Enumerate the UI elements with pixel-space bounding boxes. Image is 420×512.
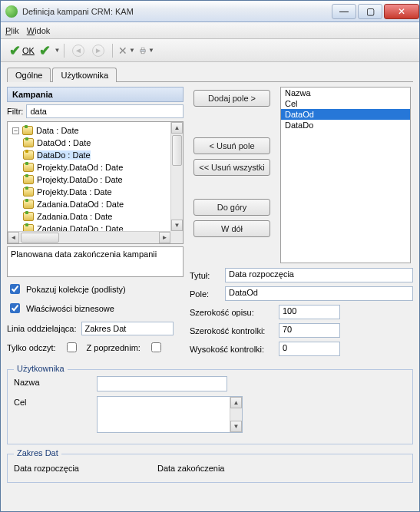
minimize-button[interactable]: —	[332, 4, 356, 19]
with-prev-checkbox[interactable]	[151, 342, 161, 352]
tree-node[interactable]: Zadania.DataOd : Date	[9, 198, 181, 210]
title-value[interactable]: Data rozpoczęcia	[225, 268, 413, 282]
ctrl-width-input[interactable]: 70	[279, 323, 340, 338]
list-item[interactable]: Nazwa	[281, 88, 410, 98]
tree-node[interactable]: Projekty.Data : Date	[9, 186, 181, 198]
tree-node[interactable]: DataDo : Date	[9, 149, 181, 161]
separator	[64, 44, 64, 58]
desc-width-input[interactable]: 100	[279, 305, 340, 319]
tree-node-label: Projekty.Data : Date	[37, 187, 112, 197]
window-title: Definicja kampani CRM: KAM	[22, 7, 330, 16]
field-tree[interactable]: −Data : DateDataOd : DateDataDo : DatePr…	[7, 121, 184, 244]
date-from-input[interactable]	[85, 461, 139, 476]
maximize-button[interactable]: ▢	[358, 4, 382, 19]
selected-fields-list[interactable]: NazwaCelDataOdDataDo	[280, 87, 411, 263]
separator	[112, 44, 113, 58]
tree-node[interactable]: Zadania.Data : Date	[9, 210, 181, 223]
dates-legend: Zakres Dat	[14, 448, 61, 457]
tab-user[interactable]: Użytkownika	[52, 68, 117, 82]
scroll-right-icon[interactable]: ►	[159, 232, 170, 243]
ctrl-height-label: Wysokość kontrolki:	[190, 345, 274, 354]
scroll-down-icon[interactable]: ▼	[230, 421, 242, 432]
remove-all-button[interactable]: << Usuń wszystki	[193, 159, 270, 176]
remove-field-button[interactable]: < Usuń pole	[193, 137, 270, 154]
nav-back-button[interactable]: ◄	[70, 42, 87, 59]
tree-node-label: Zadania.DataOd : Date	[37, 200, 124, 209]
chevron-down-icon: ▼	[54, 47, 60, 54]
field-icon	[23, 212, 34, 221]
list-item[interactable]: Cel	[281, 98, 410, 109]
field-icon	[23, 200, 34, 209]
goal-textarea[interactable]: ▲ ▼	[97, 396, 243, 433]
scroll-down-icon[interactable]: ▼	[171, 220, 183, 231]
tools-button[interactable]: ✕▼	[118, 42, 135, 59]
filter-label: Filtr:	[7, 107, 23, 116]
svg-rect-1	[141, 48, 144, 50]
show-collections-label: Pokazuj kolekcje (podlisty)	[26, 285, 126, 294]
app-window: Definicja kampani CRM: KAM — ▢ ✕ Plik Wi…	[0, 0, 420, 512]
menu-file[interactable]: Plik	[5, 26, 19, 35]
ok-dropdown[interactable]: ✔ ▼	[41, 42, 58, 59]
add-field-button[interactable]: Dodaj pole >	[193, 90, 270, 107]
tree-node-label: Projekty.DataDo : Date	[37, 175, 123, 184]
print-button[interactable]: ▼	[138, 42, 155, 59]
title-label: Tytuł:	[190, 271, 220, 280]
field-icon	[23, 175, 34, 184]
show-collections-checkbox[interactable]	[10, 284, 20, 294]
toolbar: ✔ OK ✔ ▼ ◄ ► ✕▼ ▼	[1, 39, 419, 62]
ok-label: OK	[22, 46, 35, 55]
list-item[interactable]: DataDo	[281, 120, 410, 130]
tree-hscrollbar[interactable]: ◄ ►	[8, 231, 170, 243]
date-to-input[interactable]	[230, 461, 284, 476]
tab-general[interactable]: Ogólne	[7, 68, 51, 82]
tree-node-label: DataDo : Date	[37, 150, 91, 160]
nav-forward-button[interactable]: ►	[90, 42, 107, 59]
field-value: DataOd	[225, 286, 413, 301]
textarea-scrollbar[interactable]: ▲ ▼	[230, 397, 242, 432]
field-icon	[23, 138, 34, 147]
scroll-thumb[interactable]	[21, 233, 59, 243]
menu-view[interactable]: Widok	[27, 26, 51, 35]
description-box: Planowana data zakończenia kampanii	[7, 246, 184, 277]
tree-node[interactable]: Projekty.DataDo : Date	[9, 173, 181, 186]
biz-props-checkbox[interactable]	[10, 303, 20, 313]
scroll-thumb[interactable]	[172, 135, 182, 166]
field-label: Pole:	[190, 289, 220, 299]
tree-node[interactable]: DataOd : Date	[9, 137, 181, 149]
close-button[interactable]: ✕	[384, 4, 419, 19]
check-icon: ✔	[39, 42, 51, 59]
field-icon	[22, 126, 33, 135]
move-up-button[interactable]: Do góry	[193, 199, 270, 216]
tree-vscrollbar[interactable]: ▲ ▼	[170, 122, 183, 231]
readonly-checkbox[interactable]	[67, 342, 77, 352]
filter-input[interactable]	[26, 104, 184, 118]
field-icon	[23, 163, 34, 172]
list-item[interactable]: DataOd	[281, 109, 410, 120]
separator-line-input[interactable]	[81, 322, 174, 335]
ok-button[interactable]: ✔ OK	[5, 42, 38, 59]
desc-width-label: Szerokość opisu:	[190, 308, 274, 317]
separator-line-label: Linia oddzielająca:	[7, 324, 77, 333]
svg-rect-2	[141, 51, 144, 54]
scroll-left-icon[interactable]: ◄	[8, 232, 19, 243]
tree-node[interactable]: Projekty.DataOd : Date	[9, 161, 181, 173]
titlebar: Definicja kampani CRM: KAM — ▢ ✕	[1, 1, 419, 22]
tree-node[interactable]: −Data : Date	[9, 124, 181, 137]
ctrl-width-label: Szerokość kontrolki:	[190, 326, 274, 335]
name-input[interactable]	[97, 376, 227, 391]
goal-label: Cel	[14, 396, 91, 407]
app-icon	[5, 5, 18, 18]
name-label: Nazwa	[14, 376, 91, 387]
scroll-up-icon[interactable]: ▲	[230, 397, 242, 408]
tree-node-label: DataOd : Date	[37, 138, 91, 147]
with-prev-label: Z poprzednim:	[87, 343, 141, 352]
scroll-up-icon[interactable]: ▲	[171, 122, 183, 134]
ctrl-height-input[interactable]: 0	[279, 342, 340, 356]
printer-icon	[139, 45, 147, 56]
section-header: Kampania	[7, 87, 184, 102]
field-icon	[23, 187, 34, 197]
tree-node-label: Data : Date	[36, 126, 79, 135]
menubar: Plik Widok	[1, 22, 419, 39]
move-down-button[interactable]: W dół	[193, 220, 270, 237]
collapse-icon[interactable]: −	[12, 127, 19, 134]
